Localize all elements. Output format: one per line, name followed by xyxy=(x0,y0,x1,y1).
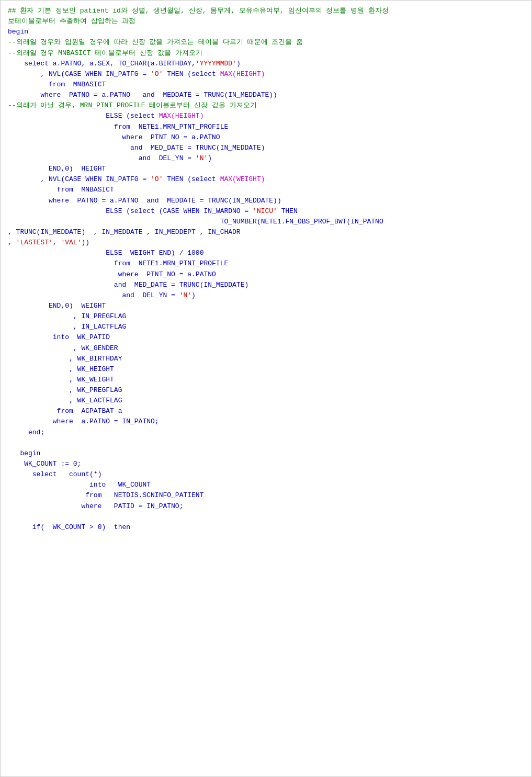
code-token: ELSE WEIGHT END) / 1000 xyxy=(8,249,203,257)
code-token: , WK_BIRTHDAY xyxy=(8,355,122,363)
code-token: from MNBASICT xyxy=(8,186,114,194)
code-line: TO_NUMBER(NETE1.FN_OBS_PROF_BWT(IN_PATNO xyxy=(8,217,524,227)
code-line: where PTNT_NO = a.PATNO xyxy=(8,132,524,143)
code-token: , xyxy=(8,239,16,246)
code-line: where PTNT_NO = a.PATNO xyxy=(8,269,524,280)
code-token: ELSE (select xyxy=(8,112,159,120)
code-line xyxy=(8,438,524,448)
code-line: , NVL(CASE WHEN IN_PATFG = 'O' THEN (sel… xyxy=(8,174,524,185)
code-token: where a.PATNO = IN_PATNO; xyxy=(8,418,159,425)
code-line: , WK_GENDER xyxy=(8,343,524,354)
code-token: THEN (select xyxy=(163,70,220,78)
code-line: , 'LASTEST', 'VAL')) xyxy=(8,238,524,248)
code-token: select count(*) xyxy=(8,470,101,478)
code-token: ) xyxy=(208,154,212,162)
code-token: END,0) HEIGHT xyxy=(8,165,106,173)
code-token: , WK_WEIGHT xyxy=(8,376,114,384)
code-token: , WK_HEIGHT xyxy=(8,365,114,373)
code-token: 'O' xyxy=(151,175,163,183)
code-content: ## 환자 기본 정보인 patient id와 성별, 생년월일, 신장, 몸… xyxy=(8,6,524,533)
code-token: MAX(WEIGHT) xyxy=(220,175,265,183)
code-line: END,0) WEIGHT xyxy=(8,301,524,311)
code-token: , TRUNC(IN_MEDDATE) , IN_MEDDATE , IN_ME… xyxy=(8,228,241,236)
code-token: into WK_COUNT xyxy=(8,481,151,489)
code-line: from MNBASICT xyxy=(8,185,524,195)
code-token: and MED_DATE = TRUNC(IN_MEDDATE) xyxy=(8,281,248,289)
code-token: MAX(HEIGHT) xyxy=(159,112,204,120)
code-line: and DEL_YN = 'N') xyxy=(8,153,524,164)
code-token: 'VAL' xyxy=(61,239,81,246)
code-line: and MED_DATE = TRUNC(IN_MEDDATE) xyxy=(8,280,524,290)
code-token: )) xyxy=(81,239,89,246)
code-line xyxy=(8,512,524,522)
code-line: if( WK_COUNT > 0) then xyxy=(8,522,524,533)
code-line: select a.PATNO, a.SEX, TO_CHAR(a.BIRTHDA… xyxy=(8,59,524,69)
code-token: 'N' xyxy=(196,154,208,162)
code-token: 'YYYYMMDD' xyxy=(196,60,236,67)
code-line: , WK_LACTFLAG xyxy=(8,396,524,406)
code-token: --외래일 경우 MNBASICT 테이블로부터 신장 값을 가져오기 xyxy=(8,49,202,57)
code-line: where a.PATNO = IN_PATNO; xyxy=(8,416,524,427)
code-token: and DEL_YN = xyxy=(8,154,196,162)
code-token: , WK_PREGFLAG xyxy=(8,386,122,394)
code-line: from ACPATBAT a xyxy=(8,406,524,416)
code-token: , xyxy=(53,239,61,246)
code-line: where PATNO = a.PATNO and MEDDATE = TRUN… xyxy=(8,196,524,206)
code-token: --외래일 경우와 입원일 경우에 따라 신장 값을 가져오는 테이블 다르기 … xyxy=(8,38,303,46)
code-token: THEN (select xyxy=(163,175,220,183)
code-token: MAX(HEIGHT) xyxy=(220,70,265,78)
code-line: --외래가 아닐 경우, MRN_PTNT_PROFILE 테이블로부터 신장 … xyxy=(8,100,524,111)
code-token: if( WK_COUNT > 0) then xyxy=(8,523,130,531)
code-token: ELSE (select (CASE WHEN IN_WARDNO = xyxy=(8,207,253,215)
code-line: , WK_PREGFLAG xyxy=(8,385,524,396)
code-token: END,0) WEIGHT xyxy=(8,302,106,310)
code-token: from MNBASICT xyxy=(8,81,106,88)
code-token: 'O' xyxy=(151,70,163,78)
code-token: 'N' xyxy=(179,291,191,299)
code-line: from MNBASICT xyxy=(8,80,524,90)
code-token: end; xyxy=(8,429,44,436)
code-token: from ACPATBAT a xyxy=(8,407,122,415)
code-line: , IN_LACTFLAG xyxy=(8,322,524,332)
code-line: and MED_DATE = TRUNC(IN_MEDDATE) xyxy=(8,143,524,153)
code-token: THEN xyxy=(277,207,298,215)
code-token: select a.PATNO, a.SEX, TO_CHAR(a.BIRTHDA… xyxy=(8,60,196,67)
code-token: 보테이블로부터 추출하여 삽입하는 과정 xyxy=(8,17,135,25)
code-token: where PATID = IN_PATNO; xyxy=(8,502,183,510)
code-token: WK_COUNT := 0; xyxy=(8,460,81,468)
code-token: where PATNO = a.PATNO and MEDDATE = TRUN… xyxy=(8,197,281,205)
code-line: from NETE1.MRN_PTNT_PROFILE xyxy=(8,258,524,269)
code-line: , NVL(CASE WHEN IN_PATFG = 'O' THEN (sel… xyxy=(8,69,524,80)
code-line: ELSE WEIGHT END) / 1000 xyxy=(8,248,524,258)
code-token: , IN_PREGFLAG xyxy=(8,312,126,320)
code-token: where PATNO = a.PATNO and MEDDATE = TRUN… xyxy=(8,91,277,99)
code-line: into WK_PATID xyxy=(8,332,524,343)
code-token: ) xyxy=(236,60,241,67)
code-line: , TRUNC(IN_MEDDATE) , IN_MEDDATE , IN_ME… xyxy=(8,227,524,238)
code-token: and MED_DATE = TRUNC(IN_MEDDATE) xyxy=(8,144,265,152)
code-token: 'NICU' xyxy=(253,207,277,215)
code-line: where PATNO = a.PATNO and MEDDATE = TRUN… xyxy=(8,90,524,100)
code-line: and DEL_YN = 'N') xyxy=(8,290,524,301)
code-line: END,0) HEIGHT xyxy=(8,164,524,174)
code-line: , WK_HEIGHT xyxy=(8,364,524,375)
code-token: from NETE1.MRN_PTNT_PROFILE xyxy=(8,260,228,267)
code-token: 'LASTEST' xyxy=(16,239,53,246)
code-line: , IN_PREGFLAG xyxy=(8,311,524,322)
code-line: , WK_WEIGHT xyxy=(8,375,524,385)
code-line: --외래일 경우와 입원일 경우에 따라 신장 값을 가져오는 테이블 다르기 … xyxy=(8,37,524,48)
code-token: , NVL(CASE WHEN IN_PATFG = xyxy=(8,70,151,78)
code-token: begin xyxy=(8,28,28,36)
code-token: begin xyxy=(8,449,40,457)
code-token: into WK_PATID xyxy=(8,333,110,341)
code-token: ## 환자 기본 정보인 patient id와 성별, 생년월일, 신장, 몸… xyxy=(8,7,389,15)
code-line: ## 환자 기본 정보인 patient id와 성별, 생년월일, 신장, 몸… xyxy=(8,6,524,16)
code-token: , IN_LACTFLAG xyxy=(8,323,126,331)
code-editor: ## 환자 기본 정보인 patient id와 성별, 생년월일, 신장, 몸… xyxy=(0,0,532,777)
code-line: select count(*) xyxy=(8,469,524,480)
code-token: --외래가 아닐 경우, MRN_PTNT_PROFILE 테이블로부터 신장 … xyxy=(8,102,257,109)
code-token: TO_NUMBER(NETE1.FN_OBS_PROF_BWT(IN_PATNO xyxy=(8,218,383,226)
code-line: from NETDIS.SCNINFO_PATIENT xyxy=(8,490,524,501)
code-token: , NVL(CASE WHEN IN_PATFG = xyxy=(8,175,151,183)
code-token: from NETDIS.SCNINFO_PATIENT xyxy=(8,491,203,499)
